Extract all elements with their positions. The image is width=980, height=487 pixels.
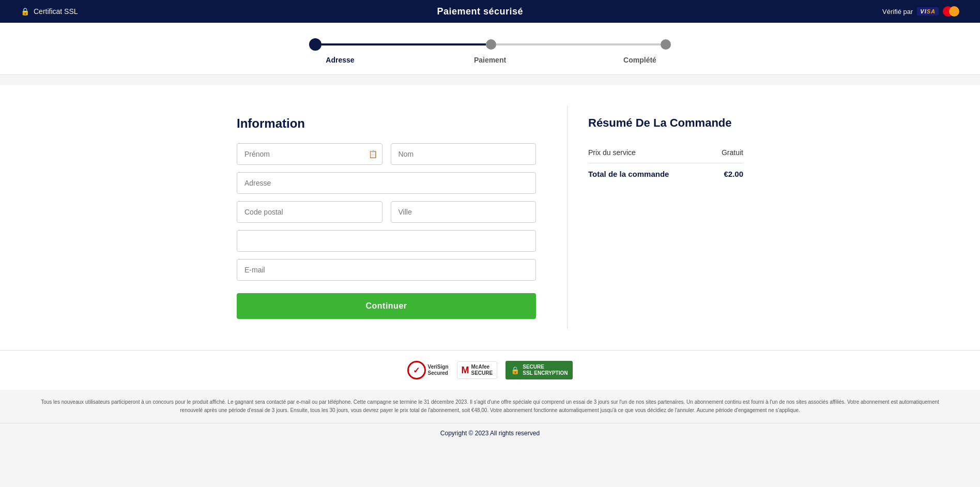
order-summary: Résumé De La Commande Prix du service Gr…	[568, 106, 764, 329]
verisign-text: VeriSign Secured	[428, 364, 449, 376]
verisign-badge: ✓ VeriSign Secured	[407, 361, 449, 379]
verified-section: Vérifié par VISA	[882, 6, 959, 17]
service-price-row: Prix du service Gratuit	[588, 142, 743, 163]
mcafee-icon: M	[462, 365, 469, 376]
firstname-input[interactable]	[237, 143, 382, 165]
step-2-dot	[486, 39, 496, 50]
mcafee-badge: M McAfee SECURE	[457, 361, 498, 379]
form-section: Information 📋 +33	[216, 106, 568, 329]
footer-badges: ✓ VeriSign Secured M McAfee SECURE 🔒 SEC…	[0, 350, 980, 390]
address-input[interactable]	[237, 172, 536, 194]
mcafee-text: McAfee SECURE	[471, 364, 493, 376]
step-3-indicator	[661, 39, 671, 50]
total-value: €2.00	[724, 170, 743, 178]
progress-section: Adresse Paiement Complété	[0, 23, 980, 75]
email-row	[237, 259, 536, 281]
step-2-indicator	[486, 39, 496, 50]
lastname-wrapper	[391, 143, 537, 165]
lastname-input[interactable]	[391, 143, 537, 165]
main-content: Information 📋 +33	[206, 85, 774, 350]
ssl-lock-icon: 🔒	[511, 366, 519, 374]
service-value: Gratuit	[722, 148, 743, 157]
copyright-text: Copyright © 2023 All rights reserved	[440, 430, 540, 437]
firstname-wrapper: 📋	[237, 143, 382, 165]
header: 🔒 Certificat SSL Paiement sécurisé Vérif…	[0, 0, 980, 23]
postal-input[interactable]	[237, 201, 382, 223]
ssl-label: Certificat SSL	[34, 7, 78, 16]
address-row	[237, 172, 536, 194]
phone-row: +33	[237, 230, 536, 252]
visa-icon: VISA	[917, 7, 939, 16]
total-label: Total de la commande	[588, 170, 669, 178]
ssl-badge: 🔒 Certificat SSL	[21, 7, 78, 16]
step-3-dot	[661, 39, 671, 50]
postal-city-row	[237, 201, 536, 223]
email-input[interactable]	[237, 259, 536, 281]
step-3-label: Complété	[609, 56, 671, 64]
step-1-label: Adresse	[309, 56, 371, 64]
step-2-label: Paiement	[459, 56, 521, 64]
steps-container	[309, 38, 671, 51]
steps-labels: Adresse Paiement Complété	[309, 56, 671, 64]
step-line-1-2	[321, 43, 486, 45]
lock-icon: 🔒	[21, 7, 29, 16]
form-title: Information	[237, 116, 536, 131]
disclaimer-section: Tous les nouveaux utilisateurs participe…	[0, 390, 980, 423]
summary-title: Résumé De La Commande	[588, 116, 743, 130]
city-input[interactable]	[391, 201, 537, 223]
ssl-secure-badge: 🔒 SECURE SSL ENCRYPTION	[506, 361, 573, 379]
disclaimer-text: Tous les nouveaux utilisateurs participe…	[31, 398, 949, 415]
verisign-check-icon: ✓	[407, 361, 426, 379]
phone-input[interactable]: +33	[237, 230, 536, 252]
step-1-indicator	[309, 38, 321, 51]
step-line-2-3	[496, 43, 661, 45]
step-1-dot	[309, 38, 321, 51]
copyright-section: Copyright © 2023 All rights reserved	[0, 423, 980, 443]
header-title: Paiement sécurisé	[437, 6, 524, 17]
mastercard-icon	[943, 6, 959, 17]
ssl-secure-text: SECURE SSL ENCRYPTION	[523, 364, 568, 376]
verified-label: Vérifié par	[882, 8, 913, 16]
continue-button[interactable]: Continuer	[237, 293, 536, 319]
total-row: Total de la commande €2.00	[588, 163, 743, 185]
service-label: Prix du service	[588, 148, 636, 157]
name-row: 📋	[237, 143, 536, 165]
person-icon: 📋	[369, 150, 377, 158]
